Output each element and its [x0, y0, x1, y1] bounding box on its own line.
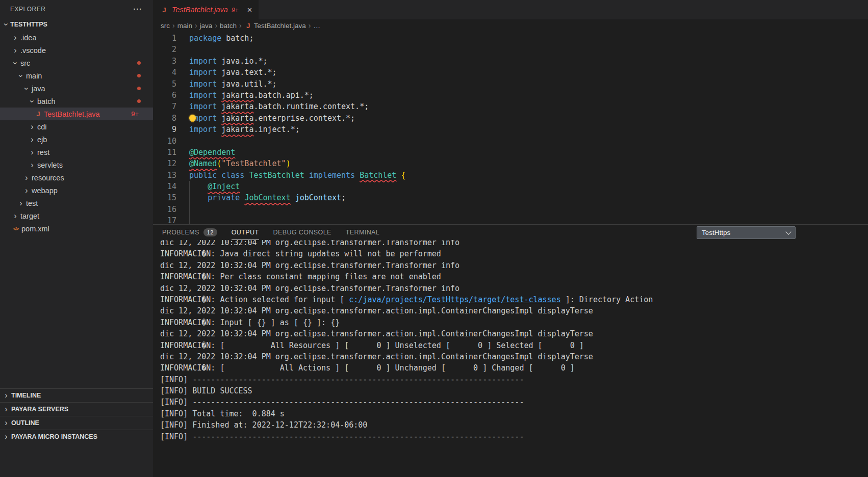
code-line: 9import jakarta.inject.*; — [153, 124, 868, 135]
section-header-testhttps[interactable]: › TESTHTTPS — [0, 18, 153, 31]
tree-item-target[interactable]: ›target — [0, 209, 153, 222]
problems-dot — [137, 99, 141, 103]
panel-tab-terminal[interactable]: TERMINAL — [346, 225, 379, 240]
chevron-right-icon[interactable]: › — [11, 212, 19, 220]
chevron-down-icon[interactable]: › — [11, 59, 19, 67]
chevron-right-icon[interactable]: › — [17, 199, 25, 207]
folder-label: rest — [37, 148, 49, 156]
tree-item-testbatchlet-java[interactable]: JTestBatchlet.java9+ — [0, 108, 153, 120]
panel-tab-output[interactable]: OUTPUT — [232, 225, 259, 240]
chevron-right-icon[interactable]: › — [11, 34, 19, 42]
chevron-right-icon[interactable]: › — [28, 161, 36, 169]
panel-tab-label: DEBUG CONSOLE — [273, 229, 331, 236]
section-label: PAYARA MICRO INSTANCES — [11, 433, 97, 440]
sidebar-section-payara-micro-instances[interactable]: ›PAYARA MICRO INSTANCES — [0, 430, 153, 443]
xml-file-icon: </> — [11, 226, 20, 231]
sidebar-section-outline[interactable]: ›OUTLINE — [0, 416, 153, 430]
tab-bar: J TestBatchlet.java 9+ × — [153, 0, 868, 19]
chevron-right-icon[interactable]: › — [28, 148, 36, 156]
breadcrumb-item-testbatchlet-java[interactable]: TestBatchlet.java — [254, 22, 306, 30]
chevron-right-icon: › — [215, 21, 217, 30]
output-channel-select[interactable]: TestHttps — [697, 226, 796, 239]
output-text: [INFO] ---------------------------------… — [160, 432, 524, 441]
tree-item-resources[interactable]: ›resources — [0, 171, 153, 184]
code-line: 15 private JobContext jobContext; — [153, 192, 868, 203]
chevron-right-icon: › — [2, 405, 10, 413]
line-number: 3 — [153, 56, 176, 67]
output-text: INFORMACI�N: [ All Resources ] [ 0 ] Uns… — [160, 341, 584, 350]
output-line: INFORMACI�N: Java direct string updates … — [160, 248, 868, 259]
java-file-icon: J — [160, 6, 168, 14]
chevron-right-icon: › — [195, 21, 197, 30]
code-line: 6import jakarta.batch.api.*; — [153, 90, 868, 101]
chevron-right-icon: › — [2, 433, 10, 441]
tree-item-servlets[interactable]: ›servlets — [0, 158, 153, 171]
folder-label: servlets — [37, 161, 63, 169]
tree-item-ejb[interactable]: ›ejb — [0, 133, 153, 146]
output-line: INFORMACI�N: [ All Actions ] [ 0 ] Uncha… — [160, 362, 868, 374]
problems-count-badge: 9+ — [131, 110, 139, 118]
code-editor[interactable]: 1package batch;23import java.io.*;4impor… — [153, 32, 868, 225]
more-actions-icon[interactable]: ⋯ — [133, 5, 142, 13]
tree-item-src[interactable]: ›src — [0, 57, 153, 69]
breadcrumb-item-ellipsis[interactable]: … — [313, 22, 320, 30]
tree-item-test[interactable]: ›test — [0, 197, 153, 209]
tree-item-java[interactable]: ›java — [0, 82, 153, 95]
breadcrumb-item-batch[interactable]: batch — [220, 22, 237, 30]
output-file-link[interactable]: c:/java/projects/TestHttps/target/test-c… — [349, 295, 560, 304]
breadcrumb-item-src[interactable]: src — [161, 22, 170, 30]
tree-item-cdi[interactable]: ›cdi — [0, 120, 153, 133]
tree-item-idea[interactable]: ›.idea — [0, 31, 153, 44]
line-number: 1 — [153, 33, 176, 44]
panel-tab-label: TERMINAL — [346, 229, 379, 236]
chevron-down-icon[interactable]: › — [28, 97, 36, 105]
quick-fix-lightbulb-icon[interactable] — [189, 115, 196, 121]
chevron-right-icon[interactable]: › — [22, 187, 31, 195]
tree-item-pom-xml[interactable]: </>pom.xml — [0, 222, 153, 235]
chevron-right-icon[interactable]: › — [11, 46, 19, 55]
output-line: dic 12, 2022 10:32:04 PM org.eclipse.tra… — [160, 328, 868, 339]
code-text: import jakarta.enterprise.context.*; — [189, 113, 355, 124]
chevron-down-icon[interactable]: › — [22, 85, 31, 93]
output-text: [INFO] ---------------------------------… — [160, 375, 524, 384]
sidebar-section-payara-servers[interactable]: ›PAYARA SERVERS — [0, 402, 153, 416]
folder-label: test — [26, 199, 38, 207]
close-icon[interactable]: × — [247, 6, 252, 14]
line-number: 16 — [153, 204, 176, 215]
code-text: package batch; — [189, 33, 253, 44]
output-log[interactable]: dic 12, 2022 10:32:04 PM org.eclipse.tra… — [153, 237, 868, 474]
output-line: INFORMACI�N: [ All Resources ] [ 0 ] Uns… — [160, 340, 868, 351]
tree-item-main[interactable]: ›main — [0, 69, 153, 82]
folder-label: target — [20, 212, 39, 220]
tab-testbatchlet-java[interactable]: J TestBatchlet.java 9+ × — [153, 0, 259, 19]
breadcrumb-item-main[interactable]: main — [177, 22, 192, 30]
chevron-right-icon: › — [2, 391, 10, 400]
folder-label: src — [20, 59, 30, 67]
tab-title: TestBatchlet.java — [172, 6, 228, 14]
tree-item-batch[interactable]: ›batch — [0, 95, 153, 108]
output-line: INFORMACI�N: Input [ {} ] as [ {} ]: {} — [160, 317, 868, 328]
tree-item-vscode[interactable]: ›.vscode — [0, 44, 153, 57]
tree-item-rest[interactable]: ›rest — [0, 146, 153, 158]
line-number: 14 — [153, 181, 176, 192]
output-text: dic 12, 2022 10:32:04 PM org.eclipse.tra… — [160, 352, 593, 361]
section-label: TIMELINE — [11, 392, 41, 399]
chevron-right-icon[interactable]: › — [28, 136, 36, 144]
panel-tab-label: OUTPUT — [232, 229, 259, 236]
tree-item-webapp[interactable]: ›webapp — [0, 184, 153, 197]
section-label: TESTHTTPS — [10, 21, 47, 28]
breadcrumb-item-java[interactable]: java — [200, 22, 213, 30]
output-line: [INFO] Finished at: 2022-12-12T22:32:04-… — [160, 419, 868, 431]
code-line: 4import java.text.*; — [153, 67, 868, 78]
panel-tab-debug-console[interactable]: DEBUG CONSOLE — [273, 225, 331, 240]
output-line: [INFO] ---------------------------------… — [160, 374, 868, 385]
chevron-right-icon[interactable]: › — [28, 123, 36, 131]
output-text: INFORMACI�N: Per class constant mapping … — [160, 272, 441, 281]
output-line: dic 12, 2022 10:32:04 PM org.eclipse.tra… — [160, 305, 868, 316]
sidebar-section-timeline[interactable]: ›TIMELINE — [0, 388, 153, 402]
bottom-panel: PROBLEMS12OUTPUTDEBUG CONSOLETERMINAL Te… — [153, 224, 868, 477]
code-text: @Inject — [189, 181, 240, 192]
chevron-right-icon[interactable]: › — [22, 174, 31, 182]
chevron-down-icon[interactable]: › — [17, 72, 25, 80]
panel-tab-problems[interactable]: PROBLEMS12 — [162, 225, 217, 240]
